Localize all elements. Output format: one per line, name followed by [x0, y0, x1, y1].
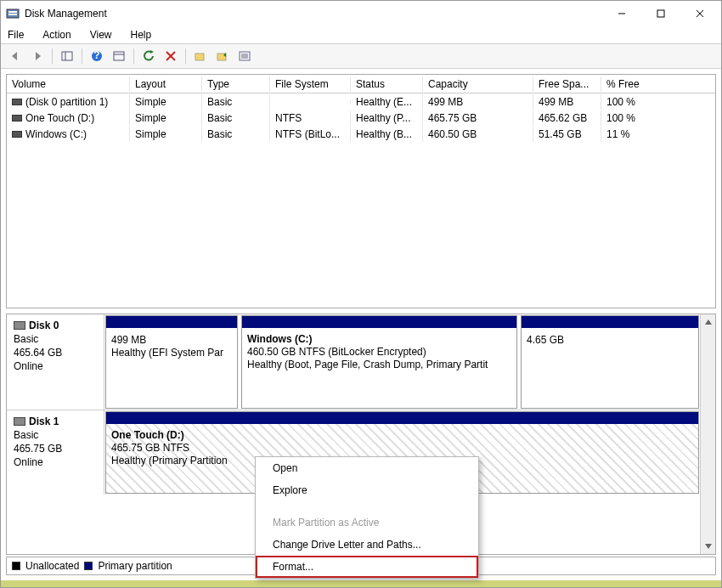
svg-rect-15 [195, 54, 204, 60]
minimize-button[interactable] [602, 1, 641, 26]
legend-label: Unallocated [25, 560, 79, 572]
volume-list-header: Volume Layout Type File System Status Ca… [7, 75, 715, 93]
svg-rect-1 [8, 11, 17, 13]
col-volume[interactable]: Volume [7, 76, 130, 92]
maximize-button[interactable] [641, 1, 680, 26]
refresh-button[interactable] [139, 47, 158, 65]
table-row[interactable]: One Touch (D:) Simple Basic NTFS Healthy… [7, 110, 715, 126]
svg-text:?: ? [93, 50, 99, 61]
forward-button[interactable] [28, 47, 47, 65]
menubar: File Action View Help [1, 26, 721, 43]
menu-help[interactable]: Help [127, 27, 155, 42]
legend-swatch-unallocated [12, 562, 20, 570]
toolbar: ? [1, 43, 721, 69]
show-hide-console-button[interactable] [58, 47, 76, 65]
partition-icon [12, 131, 22, 138]
disk-icon [14, 321, 25, 330]
action-list-button[interactable] [110, 47, 128, 65]
scroll-down-icon[interactable] [702, 540, 714, 552]
titlebar: Disk Management [1, 1, 721, 26]
col-capacity[interactable]: Capacity [423, 76, 533, 92]
svg-rect-7 [62, 52, 72, 60]
volume-list: Volume Layout Type File System Status Ca… [6, 74, 716, 308]
menu-view[interactable]: View [87, 27, 116, 42]
ctx-change-drive-letter[interactable]: Change Drive Letter and Paths... [256, 534, 478, 556]
partition-icon [12, 115, 22, 122]
disk-row: Disk 0 Basic 465.64 GB Online 499 MB Hea… [7, 314, 700, 410]
legend-swatch-primary [84, 562, 93, 570]
app-icon [6, 7, 20, 20]
help-button[interactable]: ? [87, 47, 106, 65]
col-status[interactable]: Status [351, 76, 423, 92]
svg-rect-2 [8, 14, 17, 15]
scrollbar[interactable] [700, 314, 715, 554]
svg-rect-11 [114, 52, 124, 60]
close-button[interactable] [680, 1, 719, 26]
col-filesystem[interactable]: File System [270, 76, 351, 92]
properties-button[interactable] [235, 47, 254, 65]
menu-action[interactable]: Action [39, 27, 74, 42]
scroll-up-icon[interactable] [702, 316, 714, 328]
ctx-explore[interactable]: Explore [256, 479, 478, 501]
new-volume-button[interactable] [191, 47, 210, 65]
partition-block[interactable]: Windows (C:) 460.50 GB NTFS (BitLocker E… [241, 315, 517, 409]
col-type[interactable]: Type [202, 76, 270, 92]
delete-button[interactable] [161, 47, 180, 65]
table-row[interactable]: Windows (C:) Simple Basic NTFS (BitLo...… [7, 126, 715, 142]
attach-vhd-button[interactable] [213, 47, 232, 65]
ctx-open[interactable]: Open [256, 457, 478, 479]
ctx-format[interactable]: Format... [256, 556, 478, 578]
back-button[interactable] [6, 47, 25, 65]
svg-rect-4 [657, 10, 664, 17]
menu-file[interactable]: File [4, 27, 27, 42]
col-layout[interactable]: Layout [130, 76, 202, 92]
disk-header[interactable]: Disk 1 Basic 465.75 GB Online [7, 410, 104, 495]
col-free[interactable]: Free Spa... [533, 76, 601, 92]
disk-icon [14, 417, 25, 426]
partition-block[interactable]: 499 MB Healthy (EFI System Par [105, 315, 238, 409]
legend-label: Primary partition [98, 560, 172, 572]
partition-icon [12, 99, 22, 105]
col-pctfree[interactable]: % Free [601, 76, 661, 92]
window-title: Disk Management [25, 8, 602, 20]
ctx-mark-active[interactable]: Mark Partition as Active [256, 512, 478, 534]
window-cutoff-bar [1, 580, 721, 587]
partition-block[interactable]: 4.65 GB [521, 315, 699, 409]
context-menu: Open Explore Mark Partition as Active Ch… [255, 456, 479, 579]
table-row[interactable]: (Disk 0 partition 1) Simple Basic Health… [7, 93, 715, 110]
disk-header[interactable]: Disk 0 Basic 465.64 GB Online [7, 314, 104, 410]
